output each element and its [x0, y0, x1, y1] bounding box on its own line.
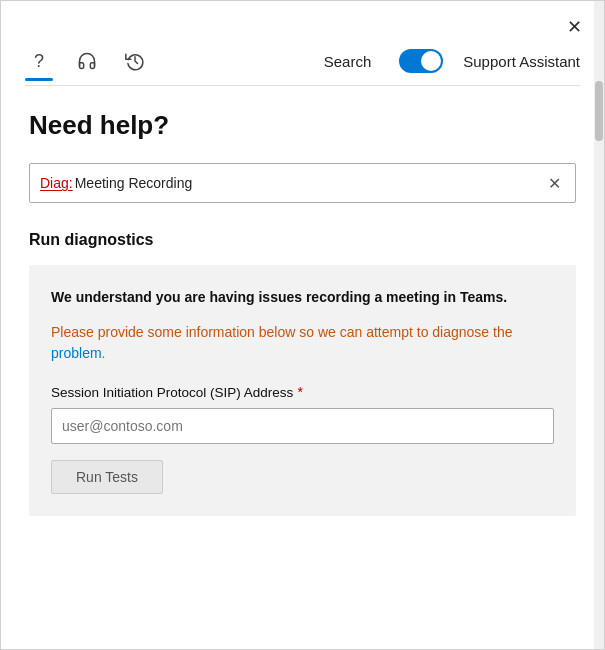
diag-sub-text-pre: Please provide some information below so…	[51, 324, 513, 340]
search-clear-button[interactable]: ✕	[544, 172, 565, 195]
diag-sub-text-post: .	[102, 345, 106, 361]
search-label: Search	[324, 53, 372, 70]
section-title: Run diagnostics	[29, 231, 576, 249]
main-content: Need help? Diag: Meeting Recording ✕ Run…	[1, 86, 604, 649]
top-bar: ✕	[1, 1, 604, 41]
diag-sub-text: Please provide some information below so…	[51, 322, 554, 364]
diagnostics-box: We understand you are having issues reco…	[29, 265, 576, 516]
page-title: Need help?	[29, 110, 576, 141]
search-box-prefix: Diag:	[40, 175, 73, 191]
scrollbar[interactable]	[594, 1, 604, 649]
headset-icon[interactable]	[73, 47, 101, 75]
sip-field-label: Session Initiation Protocol (SIP) Addres…	[51, 384, 554, 400]
help-panel: ✕ ? Search Support Assis	[0, 0, 605, 650]
nav-bar: ? Search Support Assistant	[1, 41, 604, 75]
search-box[interactable]: Diag: Meeting Recording ✕	[29, 163, 576, 203]
close-button[interactable]: ✕	[560, 13, 588, 41]
scrollbar-thumb	[595, 81, 603, 141]
help-icon[interactable]: ?	[25, 47, 53, 75]
history-icon[interactable]	[121, 47, 149, 75]
sip-label-text: Session Initiation Protocol (SIP) Addres…	[51, 385, 293, 400]
diag-main-text: We understand you are having issues reco…	[51, 287, 554, 308]
toggle-container	[399, 49, 443, 73]
required-star: *	[297, 384, 302, 400]
run-tests-button[interactable]: Run Tests	[51, 460, 163, 494]
sip-address-input[interactable]	[51, 408, 554, 444]
diag-sub-text-link[interactable]: problem	[51, 345, 102, 361]
toggle-knob	[421, 51, 441, 71]
support-assistant-label: Support Assistant	[463, 53, 580, 70]
support-assistant-toggle[interactable]	[399, 49, 443, 73]
search-box-value: Meeting Recording	[75, 175, 544, 191]
